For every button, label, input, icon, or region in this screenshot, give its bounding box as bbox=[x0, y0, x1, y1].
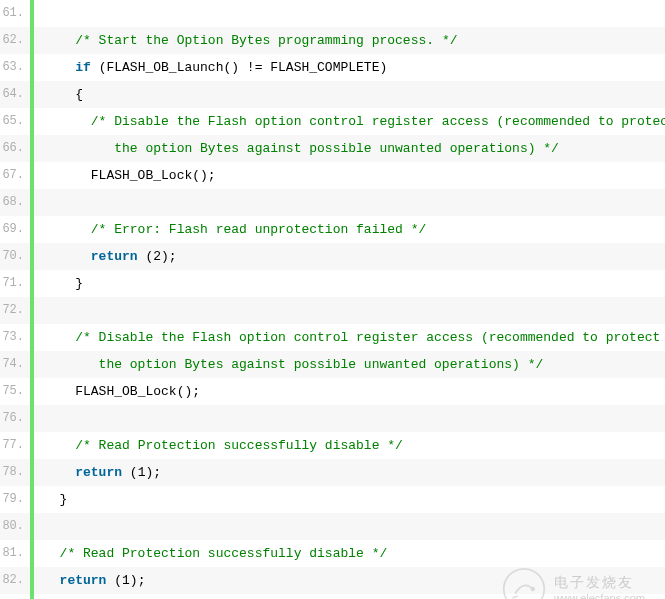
code-line: 66. the option Bytes against possible un… bbox=[0, 135, 665, 162]
code-line: 81. /* Read Protection successfully disa… bbox=[0, 540, 665, 567]
code-line: 77. /* Read Protection successfully disa… bbox=[0, 432, 665, 459]
line-marker bbox=[30, 594, 34, 599]
code-line: 64. { bbox=[0, 81, 665, 108]
line-number: 75. bbox=[0, 378, 30, 405]
line-marker bbox=[30, 432, 34, 459]
line-number: 67. bbox=[0, 162, 30, 189]
line-marker bbox=[30, 378, 34, 405]
line-content: if (FLASH_OB_Launch() != FLASH_COMPLETE) bbox=[44, 54, 387, 81]
line-number: 71. bbox=[0, 270, 30, 297]
line-marker bbox=[30, 81, 34, 108]
line-number: 69. bbox=[0, 216, 30, 243]
line-marker bbox=[30, 486, 34, 513]
code-line: 67. FLASH_OB_Lock(); bbox=[0, 162, 665, 189]
code-line: 63. if (FLASH_OB_Launch() != FLASH_COMPL… bbox=[0, 54, 665, 81]
line-marker bbox=[30, 270, 34, 297]
code-line: 79. } bbox=[0, 486, 665, 513]
line-content: the option Bytes against possible unwant… bbox=[44, 135, 559, 162]
line-number: 73. bbox=[0, 324, 30, 351]
line-number: 62. bbox=[0, 27, 30, 54]
line-content: /* Start the Option Bytes programming pr… bbox=[44, 27, 457, 54]
line-number: 68. bbox=[0, 189, 30, 216]
line-content: } bbox=[44, 486, 67, 513]
line-marker bbox=[30, 243, 34, 270]
line-number: 80. bbox=[0, 513, 30, 540]
line-number: 65. bbox=[0, 108, 30, 135]
line-marker bbox=[30, 162, 34, 189]
line-content: FLASH_OB_Lock(); bbox=[44, 378, 200, 405]
line-number: 70. bbox=[0, 243, 30, 270]
line-number: 83. bbox=[0, 594, 30, 599]
line-content: return (1); bbox=[44, 459, 161, 486]
line-content: /* Error: Flash read unprotection failed… bbox=[44, 216, 426, 243]
code-line: 69. /* Error: Flash read unprotection fa… bbox=[0, 216, 665, 243]
line-number: 66. bbox=[0, 135, 30, 162]
code-line: 65. /* Disable the Flash option control … bbox=[0, 108, 665, 135]
line-marker bbox=[30, 351, 34, 378]
line-marker bbox=[30, 216, 34, 243]
line-number: 63. bbox=[0, 54, 30, 81]
line-number: 76. bbox=[0, 405, 30, 432]
line-marker bbox=[30, 513, 34, 540]
line-number: 74. bbox=[0, 351, 30, 378]
line-number: 81. bbox=[0, 540, 30, 567]
line-number: 77. bbox=[0, 432, 30, 459]
line-number: 79. bbox=[0, 486, 30, 513]
line-marker bbox=[30, 27, 34, 54]
line-marker bbox=[30, 54, 34, 81]
line-content: /* Disable the Flash option control regi… bbox=[44, 108, 665, 135]
line-marker bbox=[30, 135, 34, 162]
line-content: return (2); bbox=[44, 243, 177, 270]
line-content: /* Read Protection successfully disable … bbox=[44, 540, 387, 567]
line-marker bbox=[30, 0, 34, 27]
code-line: 78. return (1); bbox=[0, 459, 665, 486]
code-line: 75. FLASH_OB_Lock(); bbox=[0, 378, 665, 405]
code-line: 74. the option Bytes against possible un… bbox=[0, 351, 665, 378]
line-marker bbox=[30, 540, 34, 567]
watermark: 电子发烧友 www.elecfans.com bbox=[502, 567, 645, 599]
watermark-cn-text: 电子发烧友 bbox=[554, 574, 645, 592]
code-line: 80. bbox=[0, 513, 665, 540]
code-block: 61.62. /* Start the Option Bytes program… bbox=[0, 0, 665, 599]
code-line: 61. bbox=[0, 0, 665, 27]
line-content: /* Disable the Flash option control regi… bbox=[44, 324, 660, 351]
line-marker bbox=[30, 297, 34, 324]
line-content: return (1); bbox=[44, 567, 145, 594]
svg-point-1 bbox=[531, 587, 535, 591]
line-content: the option Bytes against possible unwant… bbox=[44, 351, 543, 378]
code-line: 76. bbox=[0, 405, 665, 432]
svg-point-0 bbox=[504, 569, 544, 599]
code-line: 68. bbox=[0, 189, 665, 216]
line-number: 61. bbox=[0, 0, 30, 27]
line-content: } bbox=[44, 270, 83, 297]
line-number: 78. bbox=[0, 459, 30, 486]
code-line: 73. /* Disable the Flash option control … bbox=[0, 324, 665, 351]
line-marker bbox=[30, 324, 34, 351]
line-number: 64. bbox=[0, 81, 30, 108]
watermark-url-text: www.elecfans.com bbox=[554, 592, 645, 599]
line-content: /* Read Protection successfully disable … bbox=[44, 432, 403, 459]
line-marker bbox=[30, 405, 34, 432]
line-marker bbox=[30, 567, 34, 594]
code-line: 62. /* Start the Option Bytes programmin… bbox=[0, 27, 665, 54]
line-number: 82. bbox=[0, 567, 30, 594]
line-content: } bbox=[44, 594, 52, 599]
line-content: FLASH_OB_Lock(); bbox=[44, 162, 216, 189]
line-marker bbox=[30, 108, 34, 135]
line-marker bbox=[30, 459, 34, 486]
line-marker bbox=[30, 189, 34, 216]
code-line: 70. return (2); bbox=[0, 243, 665, 270]
line-number: 72. bbox=[0, 297, 30, 324]
code-line: 71. } bbox=[0, 270, 665, 297]
watermark-logo-icon bbox=[502, 567, 546, 599]
line-content: { bbox=[44, 81, 83, 108]
code-line: 72. bbox=[0, 297, 665, 324]
